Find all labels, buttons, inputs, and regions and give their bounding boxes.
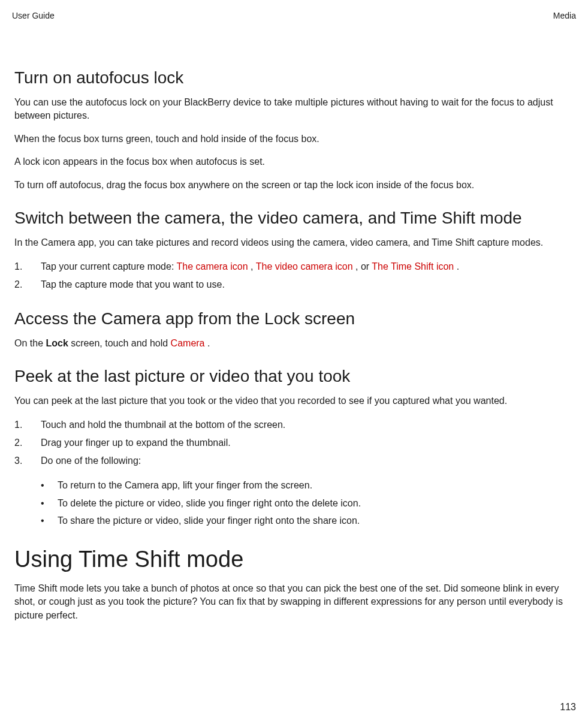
list-text: Tap your current capture mode:	[41, 261, 177, 272]
page-content: Turn on autofocus lock You can use the a…	[12, 68, 576, 622]
paragraph-text: On the Lock screen, touch and hold Camer…	[14, 337, 574, 350]
time-shift-icon-ref: The Time Shift icon	[372, 261, 456, 272]
paragraph-text: Time Shift mode lets you take a bunch of…	[14, 582, 574, 622]
camera-ref: Camera	[171, 338, 207, 348]
page-header: User Guide Media	[12, 11, 576, 20]
paragraph-text: You can use the autofocus lock on your B…	[14, 96, 574, 123]
list-item: Touch and hold the thumbnail at the bott…	[14, 417, 574, 433]
list-text: , or	[355, 261, 372, 272]
ordered-list: Touch and hold the thumbnail at the bott…	[14, 417, 574, 468]
list-item: Tap the capture mode that you want to us…	[14, 277, 574, 292]
list-item: Tap your current capture mode: The camer…	[14, 259, 574, 274]
list-item: Drag your finger up to expand the thumbn…	[14, 435, 574, 451]
camera-icon-ref: The camera icon	[177, 261, 251, 272]
paragraph-text: In the Camera app, you can take pictures…	[14, 236, 574, 249]
header-right: Media	[553, 11, 576, 20]
paragraph-text: When the focus box turns green, touch an…	[14, 132, 574, 146]
heading-access-camera-lock: Access the Camera app from the Lock scre…	[14, 309, 574, 328]
heading-switch-mode: Switch between the camera, the video cam…	[14, 209, 574, 228]
paragraph-text: A lock icon appears in the focus box whe…	[14, 155, 574, 168]
text-span: On the	[14, 338, 46, 348]
paragraph-text: You can peek at the last picture that yo…	[14, 394, 574, 408]
paragraph-text: To turn off autofocus, drag the focus bo…	[14, 179, 574, 192]
lock-label: Lock	[46, 338, 68, 348]
heading-time-shift-mode: Using Time Shift mode	[14, 547, 574, 572]
list-item: To return to the Camera app, lift your f…	[41, 478, 574, 493]
text-span: screen, touch and hold	[68, 338, 171, 348]
list-text: .	[457, 261, 459, 272]
bullet-list: To return to the Camera app, lift your f…	[41, 478, 574, 529]
video-camera-icon-ref: The video camera icon	[256, 261, 355, 272]
heading-peek-last: Peek at the last picture or video that y…	[14, 367, 574, 386]
list-item: To delete the picture or video, slide yo…	[41, 496, 574, 511]
text-span: .	[207, 338, 210, 348]
list-text: ,	[251, 261, 256, 272]
list-item: Do one of the following:	[14, 453, 574, 469]
list-item: To share the picture or video, slide you…	[41, 513, 574, 529]
header-left: User Guide	[12, 11, 55, 20]
heading-autofocus-lock: Turn on autofocus lock	[14, 68, 574, 88]
page-number: 113	[560, 702, 576, 713]
ordered-list: Tap your current capture mode: The camer…	[14, 259, 574, 292]
